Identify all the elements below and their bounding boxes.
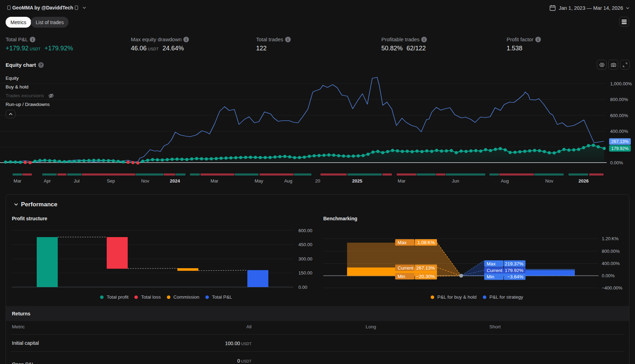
svg-text:450.00: 450.00: [298, 242, 312, 247]
svg-text:600.00%: 600.00%: [610, 113, 628, 118]
svg-text:Max: Max: [487, 261, 496, 266]
svg-text:300.00: 300.00: [298, 256, 312, 262]
svg-text:−20.30%: −20.30%: [416, 274, 435, 279]
svg-text:600.00: 600.00: [298, 228, 312, 233]
svg-text:Jun: Jun: [452, 178, 459, 184]
svg-text:Current: Current: [487, 268, 502, 273]
svg-text:0.00%: 0.00%: [610, 160, 623, 165]
svg-text:Min: Min: [487, 274, 494, 279]
svg-text:0.00: 0.00: [298, 285, 307, 290]
svg-text:179.92%: 179.92%: [611, 146, 628, 151]
svg-text:Min: Min: [398, 274, 405, 279]
svg-text:−3.64%: −3.64%: [507, 274, 523, 279]
svg-text:Mar: Mar: [398, 178, 406, 184]
svg-text:150.00: 150.00: [298, 270, 312, 276]
svg-text:800.00%: 800.00%: [610, 97, 628, 102]
svg-text:?: ?: [40, 63, 42, 67]
svg-text:2025: 2025: [352, 178, 362, 184]
svg-text:0.00%: 0.00%: [602, 273, 615, 278]
svg-text:Nov: Nov: [141, 178, 149, 184]
svg-text:Sep: Sep: [107, 178, 115, 184]
svg-text:267.13%: 267.13%: [416, 265, 435, 271]
svg-text:219.37%: 219.37%: [505, 261, 523, 266]
svg-text:2024: 2024: [170, 178, 181, 184]
svg-text:400.00%: 400.00%: [610, 129, 628, 134]
svg-text:20: 20: [315, 178, 320, 184]
svg-text:Mar: Mar: [14, 178, 22, 184]
svg-text:Jul: Jul: [74, 178, 80, 184]
svg-text:Nov: Nov: [545, 178, 553, 184]
svg-text:Apr: Apr: [44, 178, 51, 184]
svg-text:1.20 K%: 1.20 K%: [602, 236, 619, 241]
svg-text:400.00%: 400.00%: [602, 261, 620, 266]
svg-text:−400.00%: −400.00%: [602, 285, 622, 291]
svg-text:1.08 K%: 1.08 K%: [417, 240, 435, 245]
svg-text:267.13%: 267.13%: [611, 139, 628, 144]
svg-text:Max: Max: [398, 240, 407, 245]
svg-text:May: May: [255, 178, 263, 184]
svg-text:2026: 2026: [579, 178, 589, 184]
svg-text:179.92%: 179.92%: [505, 268, 523, 273]
svg-text:1,000.00%: 1,000.00%: [610, 81, 632, 86]
svg-text:Aug: Aug: [501, 178, 509, 184]
svg-text:Aug: Aug: [284, 178, 292, 184]
svg-text:Current: Current: [398, 265, 414, 271]
svg-text:800.00%: 800.00%: [602, 249, 620, 254]
svg-text:Mar: Mar: [211, 178, 219, 184]
